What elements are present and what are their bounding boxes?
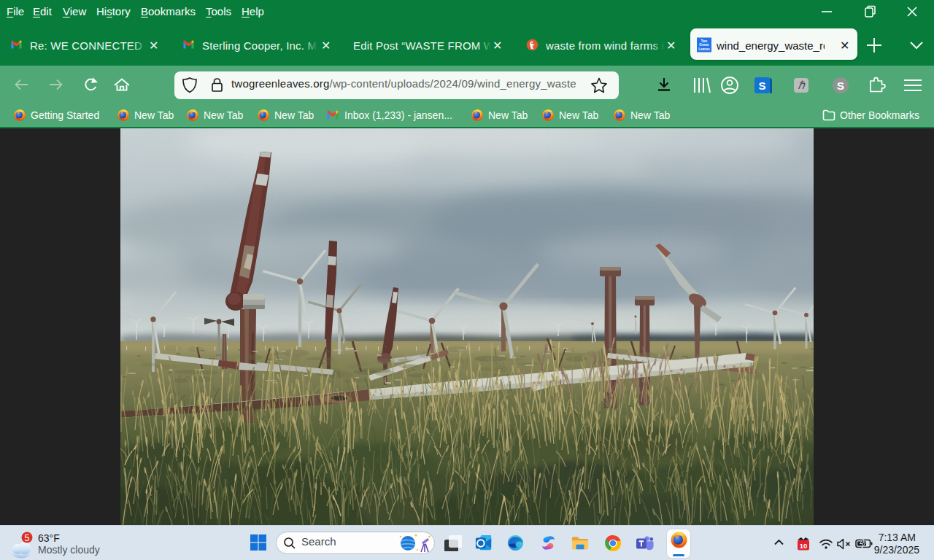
svg-text:Green: Green [699, 43, 709, 47]
svg-text:Leaves: Leaves [698, 47, 710, 51]
svg-text:5: 5 [25, 533, 30, 543]
svg-text:S: S [758, 79, 765, 92]
svg-text:Two: Two [701, 39, 708, 43]
svg-text:S: S [837, 79, 844, 92]
svg-text:10: 10 [800, 542, 808, 550]
svg-text:ℏ: ℏ [798, 79, 806, 91]
